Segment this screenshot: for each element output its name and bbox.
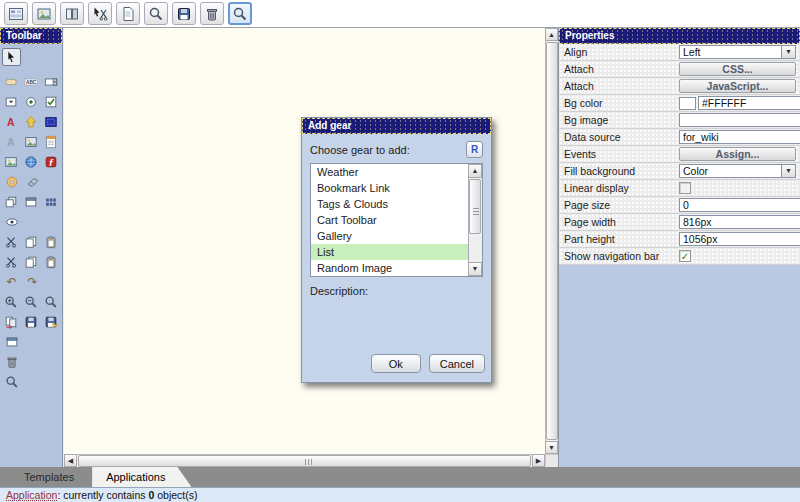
- page-width-input[interactable]: [679, 215, 800, 229]
- page-size-input[interactable]: [679, 198, 800, 212]
- show-navigation-bar-checkbox[interactable]: ✓: [679, 250, 691, 262]
- layers-icon: [4, 195, 18, 209]
- scroll-up-icon[interactable]: ▲: [545, 28, 558, 41]
- events-button[interactable]: Assign...: [679, 147, 796, 161]
- select-tool-button[interactable]: [2, 48, 21, 66]
- cut-tool-button[interactable]: [88, 2, 112, 25]
- page-button[interactable]: [116, 2, 140, 25]
- gear-list-item[interactable]: Bookmark Link: [311, 180, 468, 196]
- new-form-button[interactable]: [4, 2, 28, 25]
- zoom-in-button[interactable]: [2, 293, 20, 311]
- image-icon: [24, 135, 38, 149]
- refresh-gears-button[interactable]: R: [466, 141, 483, 158]
- find-button[interactable]: [2, 373, 21, 391]
- undo-button[interactable]: ↶: [2, 273, 21, 291]
- linear-display-checkbox[interactable]: [679, 182, 691, 194]
- preview-eye-button[interactable]: [2, 213, 21, 231]
- bg-color-swatch[interactable]: [679, 97, 696, 110]
- insert-list-gear-button[interactable]: [42, 133, 60, 151]
- fill-background-select[interactable]: Color▼: [679, 164, 796, 178]
- align-select[interactable]: Left▼: [679, 45, 796, 59]
- zoom-out-button[interactable]: [22, 293, 40, 311]
- insert-radio-button[interactable]: [22, 93, 40, 111]
- picture-button[interactable]: [32, 2, 56, 25]
- gear-list-item[interactable]: Random Image: [311, 260, 468, 276]
- gear-list-item[interactable]: Cart Toolbar: [311, 212, 468, 228]
- save-button[interactable]: [22, 313, 40, 331]
- gear-list-item[interactable]: Gallery: [311, 228, 468, 244]
- insert-flash-button[interactable]: [42, 153, 60, 171]
- canvas-vertical-scrollbar[interactable]: ▲ ▼: [545, 28, 558, 454]
- chevron-down-icon[interactable]: ▼: [781, 164, 796, 178]
- replace-button[interactable]: [2, 313, 20, 331]
- insert-donut-button[interactable]: [2, 173, 21, 191]
- gear-listbox[interactable]: WeatherBookmark LinkTags & CloudsCart To…: [310, 163, 483, 277]
- copy-icon: [24, 235, 38, 249]
- gear-list-item[interactable]: Tags & Clouds: [311, 196, 468, 212]
- window-icon: [24, 195, 38, 209]
- cancel-button[interactable]: Cancel: [429, 354, 485, 373]
- cut-special-button[interactable]: [2, 253, 20, 271]
- attach-css-button[interactable]: CSS...: [679, 62, 796, 76]
- zoomin-icon: [4, 295, 18, 309]
- copy-special-button[interactable]: [22, 253, 40, 271]
- tab-templates[interactable]: Templates: [10, 467, 92, 487]
- scroll-left-icon[interactable]: ◀: [64, 454, 77, 467]
- insert-combobox-button[interactable]: [42, 73, 60, 91]
- delete-button[interactable]: [2, 353, 21, 371]
- bg-color-input[interactable]: [698, 96, 800, 110]
- a-red-icon: [4, 115, 18, 129]
- redo-button[interactable]: ↷: [23, 273, 42, 291]
- fill-background-value: Color: [679, 164, 781, 178]
- save-button[interactable]: [172, 2, 196, 25]
- design-canvas[interactable]: ▲ ▼ ◀ ▶ Add gear Choose gear to add: R W…: [63, 28, 558, 467]
- insert-label-button[interactable]: [22, 73, 40, 91]
- palette-row: [2, 48, 60, 66]
- paste-button[interactable]: [42, 233, 60, 251]
- insert-cart-button[interactable]: [22, 153, 40, 171]
- insert-dropdown-button[interactable]: [2, 93, 20, 111]
- tab-applications[interactable]: Applications: [92, 467, 191, 487]
- zoom-button[interactable]: [228, 2, 252, 25]
- delete-button[interactable]: [200, 2, 224, 25]
- scroll-right-icon[interactable]: ▶: [532, 454, 545, 467]
- arrange-layers-button[interactable]: [2, 193, 20, 211]
- gear-list-item[interactable]: List: [311, 244, 468, 260]
- application-link[interactable]: Application: [6, 489, 57, 501]
- insert-html-block-button[interactable]: [42, 113, 60, 131]
- data-source-input[interactable]: [679, 130, 800, 144]
- gear-list-item[interactable]: Weather: [311, 164, 468, 180]
- insert-text-button[interactable]: [2, 113, 20, 131]
- chevron-down-icon[interactable]: ▼: [781, 45, 796, 59]
- insert-photo-button[interactable]: [2, 153, 20, 171]
- bg-image-input[interactable]: [679, 113, 800, 127]
- zoom-button[interactable]: [42, 293, 60, 311]
- horizontal-scroll-thumb[interactable]: [78, 455, 531, 467]
- insert-image-edit-button[interactable]: [22, 133, 40, 151]
- page-size-label: Page size: [559, 199, 679, 211]
- cut-button[interactable]: [2, 233, 20, 251]
- part-height-input[interactable]: [679, 232, 800, 246]
- insert-grid-button[interactable]: [42, 193, 60, 211]
- scroll-down-icon[interactable]: ▼: [468, 262, 482, 276]
- canvas-horizontal-scrollbar[interactable]: ◀ ▶: [64, 454, 545, 467]
- attach-javascript-button[interactable]: JavaScript...: [679, 79, 796, 93]
- insert-checkbox-button[interactable]: [42, 93, 60, 111]
- scroll-up-icon[interactable]: ▲: [468, 164, 482, 178]
- list-scroll-thumb[interactable]: [469, 179, 481, 234]
- insert-up-arrow-button[interactable]: [22, 113, 40, 131]
- insert-button-button[interactable]: [2, 73, 20, 91]
- scroll-down-icon[interactable]: ▼: [545, 441, 558, 454]
- search-button[interactable]: [144, 2, 168, 25]
- save-as-button[interactable]: [42, 313, 60, 331]
- columns-button[interactable]: [60, 2, 84, 25]
- ok-button[interactable]: Ok: [371, 354, 421, 373]
- preview-window-button[interactable]: [2, 333, 21, 351]
- vertical-scroll-thumb[interactable]: [546, 42, 558, 440]
- insert-eraser-button[interactable]: [23, 173, 42, 191]
- copy-button[interactable]: [22, 233, 40, 251]
- insert-window-button[interactable]: [22, 193, 40, 211]
- paste-special-button[interactable]: [42, 253, 60, 271]
- gear-list-scrollbar[interactable]: ▲▼: [468, 164, 482, 276]
- insert-static-label-button[interactable]: [2, 133, 20, 151]
